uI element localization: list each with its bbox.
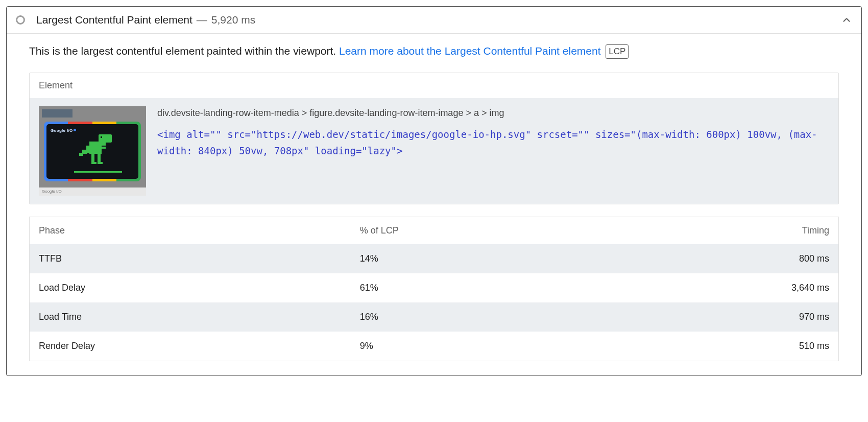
phase-table-header-row: Phase % of LCP Timing [30, 217, 839, 244]
phase-cell: Render Delay [30, 332, 351, 361]
col-phase: Phase [30, 217, 351, 244]
pct-cell: 9% [351, 332, 596, 361]
audit-description: This is the largest contentful element p… [29, 43, 839, 59]
audit-timing: 5,920 ms [211, 14, 255, 26]
element-text: div.devsite-landing-row-item-media > fig… [157, 106, 829, 159]
phase-cell: TTFB [30, 244, 351, 273]
svg-rect-10 [91, 162, 97, 164]
phase-cell: Load Delay [30, 273, 351, 302]
svg-rect-11 [98, 162, 103, 164]
svg-rect-2 [101, 136, 102, 138]
svg-rect-7 [102, 147, 106, 149]
chevron-up-icon[interactable] [841, 14, 852, 26]
element-thumbnail[interactable]: Google I/O [39, 106, 146, 196]
svg-rect-8 [91, 154, 94, 162]
thumb-footer: Google I/O [39, 187, 146, 196]
table-row: Load Delay 61% 3,640 ms [30, 273, 839, 302]
lcp-badge: LCP [606, 44, 629, 59]
element-panel: Element Google I/O [29, 73, 839, 204]
element-snippet[interactable]: <img alt="" src="https://web.dev/static/… [157, 126, 829, 159]
timing-cell: 800 ms [596, 244, 839, 273]
element-panel-header: Element [30, 73, 838, 98]
phase-cell: Load Time [30, 302, 351, 332]
pct-cell: 14% [351, 244, 596, 273]
element-selector[interactable]: div.devsite-landing-row-item-media > fig… [157, 106, 829, 120]
audit-panel: Largest Contentful Paint element — 5,920… [6, 6, 862, 376]
svg-rect-6 [79, 153, 83, 156]
phase-table: Phase % of LCP Timing TTFB 14% 800 ms Lo… [29, 217, 839, 361]
table-row: Load Time 16% 970 ms [30, 302, 839, 332]
dino-icon [76, 132, 117, 170]
pct-cell: 61% [351, 273, 596, 302]
timing-cell: 510 ms [596, 332, 839, 361]
table-row: Render Delay 9% 510 ms [30, 332, 839, 361]
pct-cell: 16% [351, 302, 596, 332]
thumb-brand-text: Google I/O [51, 128, 73, 133]
audit-body: This is the largest contentful element p… [7, 34, 861, 376]
col-pct: % of LCP [351, 217, 596, 244]
description-text: This is the largest contentful element p… [29, 45, 339, 57]
timing-cell: 3,640 ms [596, 273, 839, 302]
status-circle-icon [16, 15, 25, 25]
table-row: TTFB 14% 800 ms [30, 244, 839, 273]
timing-cell: 970 ms [596, 302, 839, 332]
element-row: Google I/O [30, 98, 838, 204]
audit-separator: — [197, 14, 207, 26]
audit-title: Largest Contentful Paint element [36, 14, 192, 26]
learn-more-link[interactable]: Learn more about the Largest Contentful … [339, 45, 601, 57]
svg-rect-3 [89, 142, 102, 154]
audit-header[interactable]: Largest Contentful Paint element — 5,920… [7, 7, 861, 34]
svg-rect-0 [99, 134, 112, 143]
svg-rect-9 [98, 154, 101, 162]
col-timing: Timing [596, 217, 839, 244]
